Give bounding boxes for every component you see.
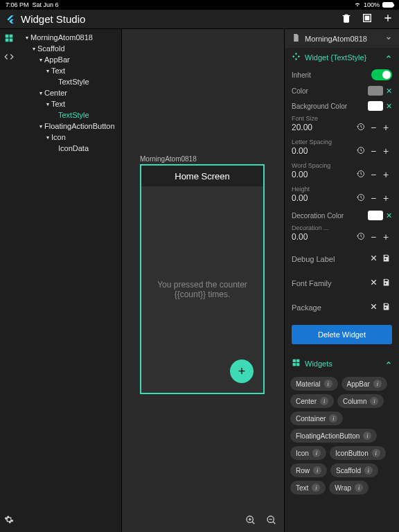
plus-icon[interactable]: +: [380, 145, 392, 157]
widget-chip[interactable]: Wrapi: [329, 481, 369, 495]
close-icon[interactable]: [367, 302, 380, 312]
info-icon[interactable]: i: [372, 449, 380, 457]
widget-chip[interactable]: Iconi: [290, 446, 326, 460]
preview-text: You pressed the counter {{count}} times.: [150, 280, 255, 299]
canvas-label: MorningAtom0818: [140, 155, 197, 163]
chevron-up-icon: [385, 360, 392, 368]
tree-item[interactable]: ▾Center: [18, 87, 121, 98]
info-icon[interactable]: i: [364, 466, 373, 475]
decoration-color-swatch[interactable]: [368, 211, 383, 220]
tree-item[interactable]: ▾MorningAtom0818: [18, 32, 121, 43]
widget-chip[interactable]: Materiali: [290, 377, 338, 391]
preview-body: You pressed the counter {{count}} times.…: [141, 186, 263, 393]
close-icon[interactable]: [367, 278, 380, 288]
clear-icon[interactable]: ✕: [386, 102, 392, 111]
text-property: Package: [285, 295, 399, 319]
clear-icon[interactable]: ✕: [386, 211, 392, 220]
close-icon[interactable]: [367, 254, 380, 264]
layout-icon[interactable]: [362, 12, 373, 26]
tree-item[interactable]: ▾Scaffold: [18, 43, 121, 54]
tree-item[interactable]: IconData: [18, 143, 121, 154]
widget-chip[interactable]: Rowi: [290, 463, 327, 477]
canvas: MorningAtom0818 Home Screen You pressed …: [122, 29, 284, 532]
battery-icon: [382, 2, 393, 8]
history-icon[interactable]: [355, 122, 367, 133]
widget-chip[interactable]: IconButtoni: [330, 446, 386, 460]
tree-item[interactable]: TextStyle: [18, 109, 121, 121]
svg-rect-2: [6, 35, 9, 38]
delete-icon[interactable]: [341, 12, 352, 26]
widgets-section-header[interactable]: Widgets: [285, 354, 399, 373]
minus-icon[interactable]: −: [367, 145, 380, 157]
widget-chip[interactable]: Containeri: [290, 411, 343, 425]
clear-icon[interactable]: ✕: [386, 87, 392, 96]
code-icon[interactable]: [4, 52, 14, 64]
fab-button[interactable]: +: [230, 360, 254, 383]
widget-chip[interactable]: Texti: [290, 481, 326, 495]
info-icon[interactable]: i: [370, 397, 378, 405]
prop-inherit: Inherit: [285, 66, 399, 83]
widget-icon: [292, 52, 301, 62]
zoom-out-icon[interactable]: [266, 515, 277, 528]
history-icon[interactable]: [355, 231, 367, 242]
widget-chip[interactable]: Scaffoldi: [330, 463, 378, 477]
info-icon[interactable]: i: [355, 484, 363, 492]
zoom-in-icon[interactable]: [245, 515, 256, 528]
svg-rect-11: [296, 363, 299, 366]
minus-icon[interactable]: −: [367, 193, 380, 204]
tree-item[interactable]: ▾Text: [18, 98, 121, 109]
info-icon[interactable]: i: [329, 414, 337, 423]
settings-icon[interactable]: [4, 515, 14, 526]
info-icon[interactable]: i: [312, 484, 320, 492]
file-header[interactable]: MorningAtom0818: [285, 29, 399, 48]
numeric-property: Height0.00−+: [285, 184, 399, 208]
info-icon[interactable]: i: [363, 432, 371, 440]
tree-item[interactable]: TextStyle: [18, 76, 121, 87]
preview-frame[interactable]: Home Screen You pressed the counter {{co…: [140, 164, 265, 394]
plus-icon[interactable]: +: [380, 122, 392, 133]
widget-chip[interactable]: AppBari: [342, 377, 387, 391]
flutter-logo-icon: [6, 15, 15, 24]
delete-widget-button[interactable]: Delete Widget: [292, 325, 392, 344]
widget-chip[interactable]: FloatingActionButtoni: [290, 429, 377, 443]
tree-item[interactable]: ▾Icon: [18, 132, 121, 143]
info-icon[interactable]: i: [313, 466, 321, 475]
file-icon: [292, 33, 301, 44]
bgcolor-swatch[interactable]: [368, 101, 383, 111]
plus-icon[interactable]: +: [380, 193, 392, 204]
tree-item[interactable]: ▾Text: [18, 65, 121, 76]
svg-rect-10: [293, 363, 296, 366]
svg-rect-9: [296, 360, 299, 362]
history-icon[interactable]: [355, 193, 367, 204]
minus-icon[interactable]: −: [367, 169, 380, 180]
save-icon[interactable]: [380, 302, 392, 312]
plus-icon[interactable]: +: [380, 231, 392, 242]
widget-chip[interactable]: Centeri: [290, 394, 334, 408]
history-icon[interactable]: [355, 169, 367, 180]
add-icon[interactable]: [382, 12, 393, 26]
svg-rect-4: [6, 39, 9, 42]
title-bar: Widget Studio: [0, 10, 399, 29]
info-icon[interactable]: i: [312, 449, 321, 457]
minus-icon[interactable]: −: [367, 122, 380, 133]
plus-icon[interactable]: +: [380, 169, 392, 180]
info-icon[interactable]: i: [320, 397, 328, 405]
app-title: Widget Studio: [21, 13, 341, 25]
minus-icon[interactable]: −: [367, 231, 380, 242]
prop-color: Color ✕: [285, 83, 399, 98]
save-icon[interactable]: [380, 254, 392, 264]
color-swatch[interactable]: [368, 86, 383, 96]
widget-chip[interactable]: Columni: [337, 394, 384, 408]
chevron-up-icon: [385, 53, 392, 62]
status-bar: 7:06 PM Sat Jun 6 100%: [0, 0, 399, 10]
info-icon[interactable]: i: [324, 380, 332, 388]
inspector-panel: MorningAtom0818 Widget {TextStyle} Inher…: [284, 29, 399, 532]
history-icon[interactable]: [355, 145, 367, 157]
widget-section-header[interactable]: Widget {TextStyle}: [285, 48, 399, 66]
save-icon[interactable]: [380, 278, 392, 288]
dashboard-icon[interactable]: [4, 33, 14, 45]
info-icon[interactable]: i: [373, 380, 382, 388]
inherit-toggle[interactable]: [371, 69, 392, 80]
tree-item[interactable]: ▾AppBar: [18, 54, 121, 65]
tree-item[interactable]: ▾FloatingActionButton: [18, 121, 121, 132]
